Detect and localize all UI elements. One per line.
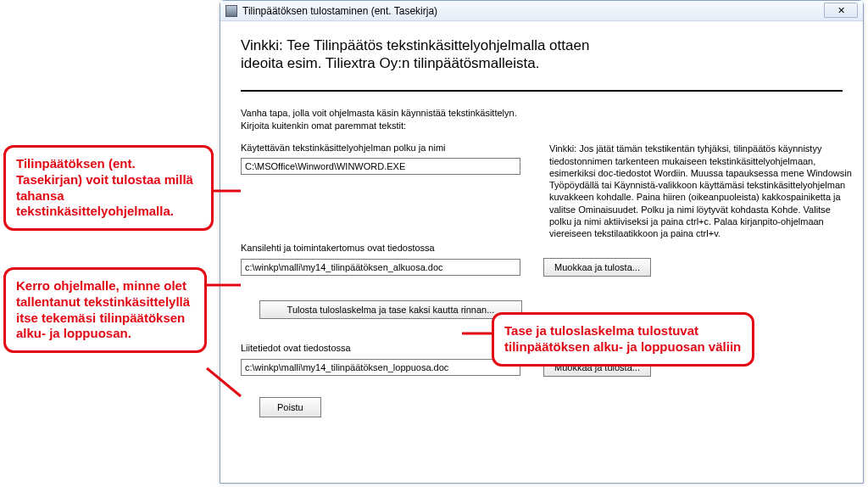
exit-button[interactable]: Poistu [259,397,321,417]
app-icon [225,5,237,17]
hint-wp-path: Vinkki: Jos jätät tämän tekstikentän tyh… [549,143,854,239]
callout2-text: Kerro ohjelmalle, minne olet tallentanut… [16,278,190,340]
input-cover-file[interactable] [241,259,520,276]
hint-line2: ideoita esim. Tiliextra Oy:n tilinpäätös… [241,55,539,71]
exit-row: Poistu [259,397,843,417]
callout-file-locations: Kerro ohjelmalle, minne olet tallentanut… [3,267,207,353]
callout1-text: Tilinpäätöksen (ent. Tasekirjan) voit tu… [16,156,193,218]
label-cover-file: Kansilehti ja toimintakertomus ovat tied… [241,243,843,253]
callout-pl-bs-order: Tase ja tuloslaskelma tulostuvat tilinpä… [492,312,754,367]
subtext-line2: Kirjoita kuitenkin omat paremmat tekstit… [241,120,406,131]
callout3-text: Tase ja tuloslaskelma tulostuvat tilinpä… [504,323,741,354]
subtext-line1: Vanha tapa, jolla voit ohjelmasta käsin … [241,108,517,118]
input-wp-path[interactable] [241,158,520,175]
window-title: Tilinpäätöksen tulostaminen (ent. Taseki… [242,5,437,17]
edit-print-cover-button[interactable]: Muokkaa ja tulosta... [543,258,651,277]
callout-any-wordprocessor: Tilinpäätöksen (ent. Tasekirjan) voit tu… [3,145,214,231]
divider [241,90,843,92]
hint-text: Vinkki: Tee Tilinpäätös tekstinkäsittely… [241,36,843,73]
titlebar: Tilinpäätöksen tulostaminen (ent. Taseki… [220,1,863,21]
section-wordprocessor-path: Käytettävän tekstinkäsittelyohjelman pol… [241,143,843,175]
print-pl-bs-button[interactable]: Tulosta tuloslaskelma ja tase kaksi kaut… [259,300,522,319]
hint-line1: Vinkki: Tee Tilinpäätös tekstinkäsittely… [241,37,589,53]
close-button[interactable]: ✕ [824,3,858,18]
section-cover-toc: Kansilehti ja toimintakertomus ovat tied… [241,243,843,277]
dialog-window: Tilinpäätöksen tulostaminen (ent. Taseki… [220,0,864,484]
subtext: Vanha tapa, jolla voit ohjelmasta käsin … [241,107,843,133]
input-notes-file[interactable] [241,359,520,376]
